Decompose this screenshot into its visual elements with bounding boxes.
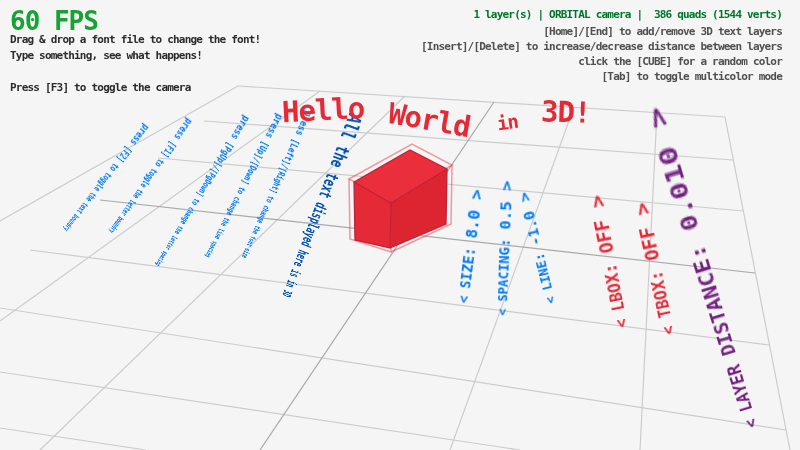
tip-add-remove-layers: [Home]/[End] to add/remove 3D text layer…: [421, 24, 782, 39]
text3d-demo-window: All the text displayed here is in 3D pre…: [0, 0, 800, 450]
left-tips: Drag & drop a font file to change the fo…: [10, 32, 260, 96]
cube[interactable]: [349, 144, 452, 252]
tip-drop-font: Drag & drop a font file to change the fo…: [10, 32, 260, 48]
stats-line: 1 layer(s) | ORBITAL camera | 386 quads …: [473, 8, 782, 21]
main-3d-text: Hello World in 3D!: [282, 86, 590, 120]
main-3d-word-in: in: [495, 112, 518, 134]
tip-toggle-camera: Press [F3] to toggle the camera: [10, 80, 260, 96]
main-3d-word-hello: Hello: [281, 94, 365, 127]
right-tips: [Home]/[End] to add/remove 3D text layer…: [421, 24, 782, 84]
tip-multicolor-mode: [Tab] to toggle multicolor mode: [421, 69, 782, 84]
tip-type-something: Type something, see what happens!: [10, 48, 260, 64]
tip-cube-random-color: click the [CUBE] for a random color: [421, 54, 782, 69]
tip-layer-distance: [Insert]/[Delete] to increase/decrease d…: [421, 39, 782, 54]
main-3d-word-3d: 3D!: [540, 97, 590, 128]
